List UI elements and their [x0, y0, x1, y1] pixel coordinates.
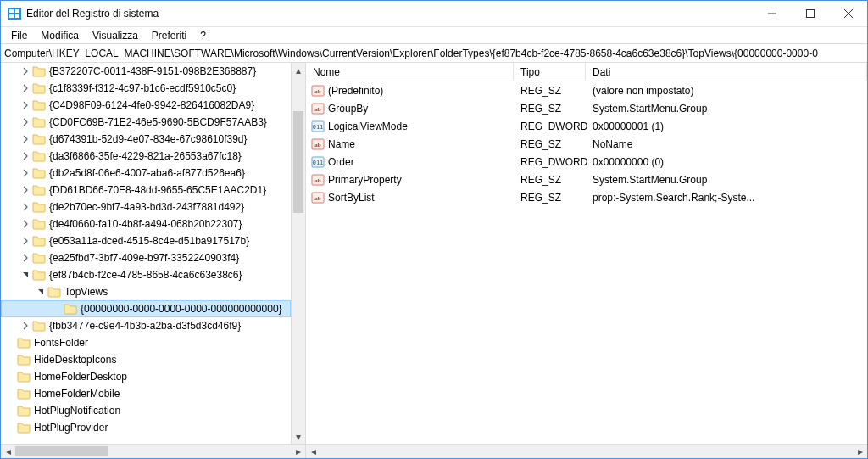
chevron-right-icon[interactable] — [19, 202, 31, 213]
chevron-down-icon[interactable] — [19, 270, 31, 281]
close-button[interactable] — [829, 1, 867, 26]
minimize-button[interactable] — [753, 1, 791, 26]
tree-item-label: {d674391b-52d9-4e07-834e-67c98610f39d} — [49, 133, 248, 145]
chevron-right-icon[interactable] — [19, 134, 31, 145]
folder-icon — [17, 387, 31, 400]
value-row[interactable]: 011OrderREG_DWORD0x00000000 (0) — [306, 153, 867, 171]
tree-item[interactable]: {de2b70ec-9bf7-4a93-bd3d-243f7881d492} — [1, 199, 291, 216]
column-data[interactable]: Dati — [586, 63, 867, 81]
value-row[interactable]: abSortByListREG_SZprop:-System.Search.Ra… — [306, 188, 867, 206]
value-name: GroupBy — [328, 103, 368, 115]
folder-icon — [47, 285, 61, 299]
column-type[interactable]: Tipo — [514, 63, 586, 81]
scroll-right-icon[interactable]: ▸ — [291, 445, 305, 459]
chevron-right-icon[interactable] — [19, 321, 31, 332]
value-row[interactable]: 011LogicalViewModeREG_DWORD0x00000001 (1… — [306, 117, 867, 135]
menu-file[interactable]: File — [4, 28, 34, 43]
scroll-left-icon[interactable]: ◂ — [306, 445, 320, 459]
tree-item[interactable]: {db2a5d8f-06e6-4007-aba6-af877d526ea6} — [1, 165, 291, 182]
tree-horizontal-scrollbar[interactable]: ◂ ▸ — [1, 444, 305, 458]
chevron-right-icon[interactable] — [19, 236, 31, 247]
tree-item[interactable]: HotPlugNotification — [1, 402, 291, 419]
tree-item[interactable]: {c1f8339f-f312-4c97-b1c6-ecdf5910c5c0} — [1, 80, 291, 97]
scroll-left-icon[interactable]: ◂ — [1, 445, 15, 459]
chevron-right-icon[interactable] — [19, 66, 31, 77]
value-row[interactable]: abPrimaryPropertyREG_SZSystem.StartMenu.… — [306, 171, 867, 188]
chevron-right-icon[interactable] — [19, 100, 31, 111]
values-pane: Nome Tipo Dati ab(Predefinito)REG_SZ(val… — [306, 63, 867, 458]
tree-item[interactable]: {B372207C-0011-438F-9151-098B2E368887} — [1, 63, 291, 80]
chevron-right-icon[interactable] — [19, 83, 31, 94]
scroll-h-track[interactable] — [320, 445, 853, 458]
values-list[interactable]: ab(Predefinito)REG_SZ(valore non imposta… — [306, 81, 867, 444]
folder-icon — [32, 200, 46, 214]
string-value-icon: ab — [311, 137, 325, 151]
value-type: REG_SZ — [514, 85, 586, 97]
tree-item[interactable]: {fbb3477e-c9e4-4b3b-a2ba-d3f5d3cd46f9} — [1, 317, 291, 334]
values-horizontal-scrollbar[interactable]: ◂ ▸ — [306, 444, 867, 458]
value-type: REG_SZ — [514, 103, 586, 115]
column-name[interactable]: Nome — [306, 63, 514, 81]
scroll-right-icon[interactable]: ▸ — [853, 445, 867, 459]
tree-item[interactable]: {CD0FC69B-71E2-46e5-9690-5BCD9F57AAB3} — [1, 114, 291, 131]
tree-item[interactable]: {ef87b4cb-f2ce-4785-8658-4ca6c63e38c6} — [1, 266, 291, 283]
svg-text:ab: ab — [314, 106, 321, 113]
tree-item[interactable]: HideDesktopIcons — [1, 351, 291, 368]
scroll-thumb[interactable] — [293, 111, 303, 213]
chevron-right-icon[interactable] — [19, 168, 31, 179]
titlebar: Editor del Registro di sistema — [1, 1, 867, 27]
scroll-up-icon[interactable]: ▴ — [292, 63, 305, 77]
tree-item[interactable]: {da3f6866-35fe-4229-821a-26553a67fc18} — [1, 148, 291, 165]
chevron-down-icon[interactable] — [35, 287, 46, 298]
folder-icon — [32, 268, 46, 282]
folder-icon — [32, 81, 46, 95]
scroll-h-track[interactable] — [15, 445, 291, 458]
tree-vertical-scrollbar[interactable]: ▴ ▾ — [291, 63, 305, 444]
folder-icon — [32, 115, 46, 129]
menu-help[interactable]: ? — [193, 28, 213, 43]
address-input[interactable] — [4, 48, 864, 59]
value-type: REG_SZ — [514, 138, 586, 150]
tree-item[interactable]: {DD61BD66-70E8-48dd-9655-65C5E1AAC2D1} — [1, 182, 291, 199]
folder-icon — [17, 353, 31, 367]
tree-item-label: HomeFolderMobile — [34, 388, 120, 400]
tree-item-label: {ef87b4cb-f2ce-4785-8658-4ca6c63e38c6} — [49, 269, 242, 281]
tree-item[interactable]: {C4D98F09-6124-4fe0-9942-826416082DA9} — [1, 97, 291, 114]
tree-item[interactable]: {d674391b-52d9-4e07-834e-67c98610f39d} — [1, 131, 291, 148]
tree-item-label: {00000000-0000-0000-0000-000000000000} — [81, 303, 282, 315]
chevron-right-icon[interactable] — [19, 253, 31, 264]
tree-list[interactable]: {B372207C-0011-438F-9151-098B2E368887}{c… — [1, 63, 291, 444]
value-data: System.StartMenu.Group — [586, 174, 867, 186]
maximize-button[interactable] — [791, 1, 829, 26]
chevron-right-icon[interactable] — [19, 117, 31, 128]
scroll-h-thumb[interactable] — [15, 446, 108, 456]
tree-item[interactable]: HomeFolderMobile — [1, 385, 291, 402]
scroll-down-icon[interactable]: ▾ — [292, 429, 305, 444]
value-row[interactable]: abNameREG_SZNoName — [306, 135, 867, 153]
tree-item[interactable]: {e053a11a-dced-4515-8c4e-d51ba917517b} — [1, 232, 291, 249]
menu-edit[interactable]: Modifica — [34, 28, 86, 43]
menu-favorites[interactable]: Preferiti — [145, 28, 193, 43]
value-data: 0x00000000 (0) — [586, 156, 867, 168]
value-row[interactable]: ab(Predefinito)REG_SZ(valore non imposta… — [306, 81, 867, 99]
tree-item[interactable]: HotPlugProvider — [1, 419, 291, 436]
tree-item[interactable]: {ea25fbd7-3bf7-409e-b97f-3352240903f4} — [1, 249, 291, 266]
folder-icon — [17, 370, 31, 383]
tree-item[interactable]: HomeFolderDesktop — [1, 368, 291, 385]
menu-view[interactable]: Visualizza — [86, 28, 145, 43]
tree-item[interactable]: TopViews — [1, 283, 291, 300]
tree-item[interactable]: {00000000-0000-0000-0000-000000000000} — [1, 300, 291, 317]
scroll-track[interactable] — [292, 77, 305, 429]
tree-item-label: HotPlugProvider — [34, 422, 108, 434]
chevron-right-icon[interactable] — [19, 185, 31, 196]
body: {B372207C-0011-438F-9151-098B2E368887}{c… — [1, 63, 867, 458]
value-name: Name — [328, 138, 355, 150]
chevron-right-icon[interactable] — [19, 219, 31, 230]
tree-item[interactable]: {de4f0660-fa10-4b8f-a494-068b20b22307} — [1, 216, 291, 232]
svg-rect-1 — [9, 9, 14, 13]
tree-item[interactable]: FontsFolder — [1, 334, 291, 351]
value-row[interactable]: abGroupByREG_SZSystem.StartMenu.Group — [306, 99, 867, 117]
chevron-right-icon[interactable] — [19, 151, 31, 162]
value-type: REG_DWORD — [514, 120, 586, 132]
folder-icon — [32, 183, 46, 197]
